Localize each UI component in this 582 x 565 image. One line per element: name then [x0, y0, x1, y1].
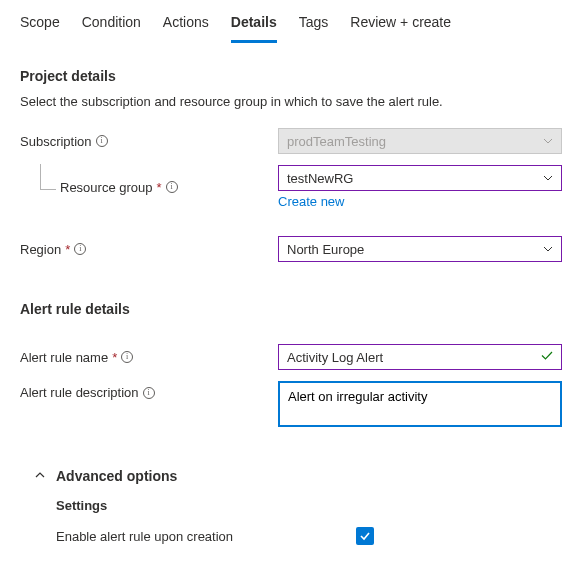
info-icon[interactable]: i	[121, 351, 133, 363]
chevron-down-icon	[542, 243, 554, 255]
alert-rule-name-label: Alert rule name * i	[20, 350, 278, 365]
create-new-link[interactable]: Create new	[278, 194, 344, 209]
required-asterisk: *	[112, 350, 117, 365]
tab-scope[interactable]: Scope	[20, 14, 60, 43]
chevron-down-icon	[542, 172, 554, 184]
alert-rule-details-title: Alert rule details	[20, 301, 562, 317]
resource-group-label: Resource group * i	[20, 180, 278, 195]
info-icon[interactable]: i	[74, 243, 86, 255]
subscription-row: Subscription i prodTeamTesting	[20, 127, 562, 155]
alert-rule-description-label: Alert rule description i	[20, 381, 278, 400]
details-content: Project details Select the subscription …	[0, 44, 582, 565]
alert-rule-name-label-text: Alert rule name	[20, 350, 108, 365]
chevron-up-icon	[34, 469, 46, 484]
enable-alert-rule-label: Enable alert rule upon creation	[56, 529, 356, 544]
indent-line	[40, 164, 56, 190]
region-row: Region * i North Europe	[20, 235, 562, 263]
region-value: North Europe	[287, 242, 364, 257]
enable-alert-rule-row: Enable alert rule upon creation	[20, 527, 562, 545]
alert-rule-name-row: Alert rule name * i Activity Log Alert	[20, 343, 562, 371]
alert-rule-name-value: Activity Log Alert	[287, 350, 383, 365]
advanced-options-toggle[interactable]: Advanced options	[20, 468, 562, 484]
resource-group-label-text: Resource group	[60, 180, 153, 195]
resource-group-row: Resource group * i testNewRG Create new	[20, 165, 562, 209]
resource-group-select[interactable]: testNewRG	[278, 165, 562, 191]
info-icon[interactable]: i	[166, 181, 178, 193]
tab-condition[interactable]: Condition	[82, 14, 141, 43]
required-asterisk: *	[65, 242, 70, 257]
tab-details[interactable]: Details	[231, 14, 277, 43]
check-icon	[540, 349, 554, 366]
chevron-down-icon	[542, 135, 554, 147]
enable-alert-rule-checkbox[interactable]	[356, 527, 374, 545]
tab-tags[interactable]: Tags	[299, 14, 329, 43]
project-details-hint: Select the subscription and resource gro…	[20, 94, 562, 109]
alert-rule-description-row: Alert rule description i	[20, 381, 562, 430]
subscription-select: prodTeamTesting	[278, 128, 562, 154]
info-icon[interactable]: i	[96, 135, 108, 147]
settings-title: Settings	[20, 498, 562, 513]
subscription-label-text: Subscription	[20, 134, 92, 149]
subscription-value: prodTeamTesting	[287, 134, 386, 149]
tab-actions[interactable]: Actions	[163, 14, 209, 43]
tab-review-create[interactable]: Review + create	[350, 14, 451, 43]
subscription-label: Subscription i	[20, 134, 278, 149]
region-label-text: Region	[20, 242, 61, 257]
region-select[interactable]: North Europe	[278, 236, 562, 262]
required-asterisk: *	[157, 180, 162, 195]
project-details-title: Project details	[20, 68, 562, 84]
info-icon[interactable]: i	[143, 387, 155, 399]
advanced-options-title: Advanced options	[56, 468, 177, 484]
tab-bar: Scope Condition Actions Details Tags Rev…	[0, 0, 582, 44]
region-label: Region * i	[20, 242, 278, 257]
alert-rule-name-input[interactable]: Activity Log Alert	[278, 344, 562, 370]
alert-rule-description-label-text: Alert rule description	[20, 385, 139, 400]
resource-group-value: testNewRG	[287, 171, 353, 186]
alert-rule-description-input[interactable]	[278, 381, 562, 427]
